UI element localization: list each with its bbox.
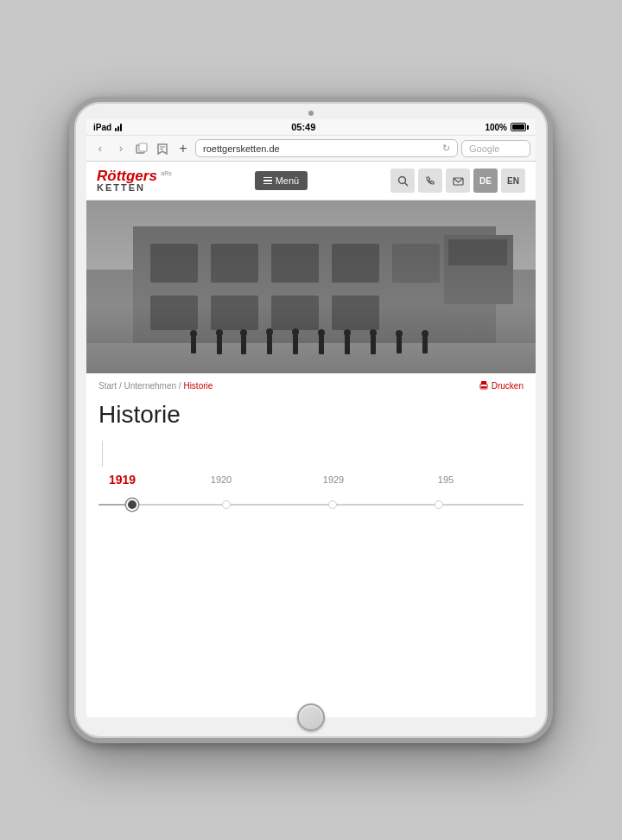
logo-top: Röttgers aRs <box>97 169 172 183</box>
breadcrumb: Start / Unternehmen / Historie <box>98 381 213 391</box>
back-button[interactable]: ‹ <box>92 140 109 157</box>
phone-icon <box>425 175 436 187</box>
logo: Röttgers aRs ketten <box>97 169 172 193</box>
phone-button[interactable] <box>418 169 442 193</box>
hero-image <box>86 200 536 373</box>
site-header: Röttgers aRs ketten Menü <box>86 162 536 200</box>
email-icon <box>453 175 464 187</box>
timeline-years: 1919 1920 1929 195 <box>86 467 536 493</box>
lang-de-button[interactable]: DE <box>473 169 498 193</box>
search-placeholder: Google <box>469 143 499 154</box>
home-button[interactable] <box>297 703 325 731</box>
timeline-dot-1920[interactable] <box>222 500 231 509</box>
header-right: DE EN <box>390 169 525 193</box>
svg-rect-45 <box>481 381 486 385</box>
svg-line-5 <box>404 182 408 186</box>
menu-button[interactable]: Menü <box>255 171 308 190</box>
print-button[interactable]: Drucken <box>479 380 524 391</box>
svg-rect-43 <box>86 200 536 373</box>
reload-button[interactable]: ↻ <box>442 143 450 154</box>
hero-svg <box>86 200 536 373</box>
timeline-dot-1929[interactable] <box>328 500 337 509</box>
search-bar[interactable]: Google <box>461 140 530 157</box>
status-bar: iPad 05:49 100% <box>86 119 536 136</box>
page-title: Historie <box>86 398 536 441</box>
url-bar[interactable]: roettgersketten.de ↻ <box>195 139 458 157</box>
ipad-frame: iPad 05:49 100% <box>69 97 553 743</box>
bookmarks-button[interactable] <box>154 140 171 157</box>
browser-nav: ‹ › <box>86 136 536 161</box>
browser-chrome: ‹ › <box>86 136 536 162</box>
logo-ketten: ketten <box>97 183 172 193</box>
year-195x[interactable]: 195 <box>438 474 454 485</box>
timeline-dot-195x[interactable] <box>435 500 443 509</box>
lang-en-label: EN <box>507 176 519 186</box>
wifi-icon <box>115 123 122 131</box>
battery-icon <box>511 123 529 131</box>
timeline-track-bg <box>98 504 524 506</box>
forward-button[interactable]: › <box>112 140 130 157</box>
status-time: 05:49 <box>291 122 315 132</box>
lang-en-button[interactable]: EN <box>501 169 525 193</box>
website-content: Röttgers aRs ketten Menü <box>86 162 536 717</box>
timeline-section: 1919 1920 1929 195 <box>86 441 536 529</box>
timeline-container <box>86 441 536 467</box>
timeline-track-container[interactable] <box>98 498 524 512</box>
search-icon <box>397 175 409 187</box>
printer-icon <box>479 380 489 391</box>
ipad-label: iPad <box>93 123 111 132</box>
hamburger-icon <box>263 177 272 185</box>
svg-point-4 <box>398 176 405 183</box>
breadcrumb-current: Historie <box>183 381 213 391</box>
svg-rect-46 <box>481 386 486 388</box>
lang-de-label: DE <box>479 176 492 186</box>
timeline-slider-dot[interactable] <box>126 499 138 511</box>
breadcrumb-bar: Start / Unternehmen / Historie Drucken <box>86 373 536 398</box>
menu-label: Menü <box>276 175 300 186</box>
svg-rect-1 <box>139 143 147 151</box>
year-1929[interactable]: 1929 <box>323 474 344 485</box>
email-button[interactable] <box>446 169 470 193</box>
status-right: 100% <box>485 123 529 132</box>
timeline-vertical-line <box>102 441 103 467</box>
print-label: Drucken <box>492 381 524 391</box>
battery-percent: 100% <box>485 123 507 132</box>
url-text: roettgersketten.de <box>203 143 280 154</box>
logo-superscript: aRs <box>161 170 171 176</box>
search-button[interactable] <box>390 169 415 193</box>
year-1920[interactable]: 1920 <box>211 474 232 485</box>
tabs-button[interactable] <box>133 140 150 157</box>
screen: iPad 05:49 100% <box>86 119 536 717</box>
status-left: iPad <box>93 123 122 132</box>
year-1919[interactable]: 1919 <box>109 473 136 487</box>
breadcrumb-start[interactable]: Start <box>98 381 117 391</box>
new-tab-button[interactable]: + <box>175 140 192 157</box>
breadcrumb-unternehmen[interactable]: Unternehmen <box>124 381 176 391</box>
